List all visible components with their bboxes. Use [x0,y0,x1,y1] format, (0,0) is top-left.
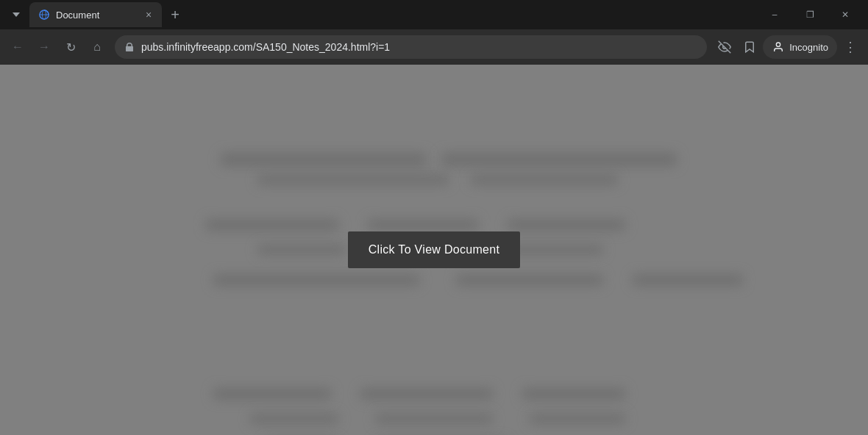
eye-off-button[interactable] [713,35,736,59]
address-bar[interactable]: pubs.infinityfreeapp.com/SA150_Notes_202… [115,35,707,59]
blur-block-3 [257,175,449,185]
tab-bar-left: Document × + [6,0,185,29]
page-content: Click To View Document [0,65,868,435]
back-button[interactable]: ← [6,35,29,59]
blur-block-15 [360,388,493,400]
toolbar: ← → ↻ ⌂ pubs.infinityfreeapp.com/SA150_N… [0,29,868,65]
address-text: pubs.infinityfreeapp.com/SA150_Notes_202… [141,41,698,53]
window-controls: – ❐ ✕ [758,0,868,29]
blur-block-18 [375,414,493,424]
svg-marker-0 [13,12,20,17]
blur-block-16 [522,388,625,400]
incognito-icon [772,40,785,54]
reload-button[interactable]: ↻ [59,35,82,59]
blur-block-11 [213,274,419,286]
home-button[interactable]: ⌂ [85,35,109,59]
bookmark-button[interactable] [738,35,761,59]
close-button[interactable]: ✕ [828,3,862,26]
tab-favicon-icon [38,9,50,21]
view-document-button[interactable]: Click To View Document [348,231,521,268]
active-tab[interactable]: Document × [29,2,162,27]
maximize-button[interactable]: ❐ [793,3,827,26]
blur-block-5 [206,219,338,231]
blur-block-17 [250,414,338,424]
security-icon [124,41,135,53]
blur-block-1 [221,153,427,166]
tab-history-dropdown[interactable] [6,4,26,25]
blur-block-14 [213,388,331,400]
blur-block-2 [441,153,677,166]
browser-window: Document × + – ❐ ✕ ← → ↻ ⌂ pubs.infinity… [0,0,868,435]
new-tab-button[interactable]: + [165,4,185,25]
menu-button[interactable]: ⋮ [839,35,862,59]
forward-button[interactable]: → [32,35,56,59]
tab-title: Document [56,10,135,21]
blur-block-4 [471,175,618,185]
blur-block-8 [257,245,346,255]
blur-block-19 [530,414,625,424]
blur-block-6 [368,219,478,231]
blur-block-7 [508,219,625,231]
blur-block-10 [508,245,603,255]
tab-close-button[interactable]: × [141,7,156,22]
tab-bar: Document × + – ❐ ✕ [0,0,868,29]
incognito-label: Incognito [789,42,828,53]
toolbar-actions: Incognito ⋮ [713,35,862,59]
blur-block-13 [633,274,743,286]
incognito-button[interactable]: Incognito [763,35,837,59]
blur-block-12 [456,274,603,286]
svg-point-5 [777,43,780,46]
minimize-button[interactable]: – [758,3,791,26]
